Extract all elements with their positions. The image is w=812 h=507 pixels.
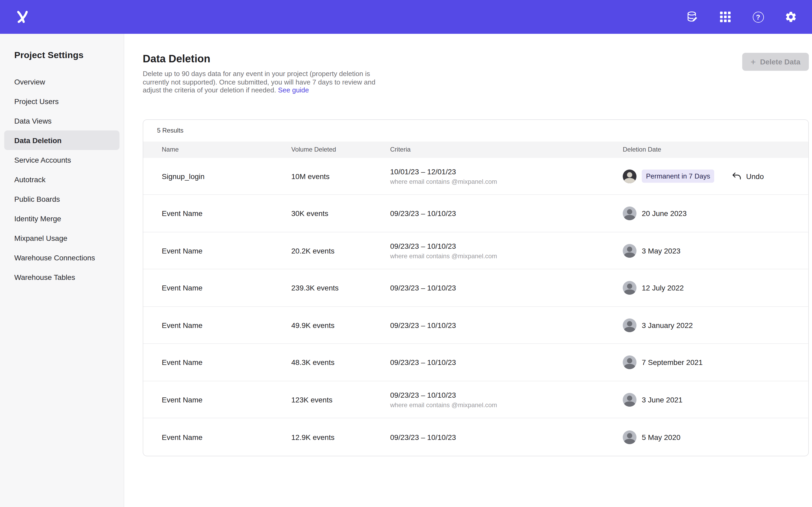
row-criteria-filter: where email contains @mixpanel.com bbox=[390, 252, 623, 260]
row-criteria: 10/01/23 – 12/01/23 where email contains… bbox=[390, 167, 623, 185]
row-volume: 12.9K events bbox=[291, 433, 390, 441]
sidebar-item-service-accounts[interactable]: Service Accounts bbox=[4, 150, 119, 170]
apps-grid-icon[interactable] bbox=[718, 10, 732, 24]
row-deletion-date: 3 May 2023 bbox=[623, 244, 796, 258]
row-deletion-date: 3 January 2022 bbox=[623, 318, 796, 332]
deletion-date-text: 3 June 2021 bbox=[642, 395, 682, 404]
column-header-name: Name bbox=[162, 146, 291, 154]
row-criteria-range: 09/23/23 – 10/10/23 bbox=[390, 209, 623, 218]
row-name: Event Name bbox=[162, 395, 291, 404]
see-guide-link[interactable]: See guide bbox=[278, 86, 309, 94]
page-header-text: Data Deletion Delete up to 90 days data … bbox=[143, 53, 382, 101]
row-criteria-range: 09/23/23 – 10/10/23 bbox=[390, 433, 623, 441]
deletion-date-text: 3 May 2023 bbox=[642, 246, 680, 255]
sidebar-item-mixpanel-usage[interactable]: Mixpanel Usage bbox=[4, 228, 119, 248]
sidebar-item-warehouse-connections[interactable]: Warehouse Connections bbox=[4, 248, 119, 267]
permanent-badge: Permanent in 7 Days bbox=[642, 170, 714, 183]
undo-button[interactable]: Undo bbox=[732, 172, 764, 180]
row-name: Event Name bbox=[162, 433, 291, 441]
row-criteria: 09/23/23 – 10/10/23 bbox=[390, 433, 623, 441]
avatar bbox=[623, 355, 637, 369]
row-name: Event Name bbox=[162, 358, 291, 367]
table-header-row: Name Volume Deleted Criteria Deletion Da… bbox=[143, 142, 808, 158]
row-deletion-date: 12 July 2022 bbox=[623, 281, 796, 295]
avatar bbox=[623, 244, 637, 258]
row-volume: 239.3K events bbox=[291, 284, 390, 292]
row-criteria: 09/23/23 – 10/10/23 bbox=[390, 321, 623, 329]
sidebar-nav: Overview Project Users Data Views Data D… bbox=[4, 72, 119, 287]
avatar bbox=[623, 281, 637, 295]
main-content: Data Deletion Delete up to 90 days data … bbox=[124, 34, 812, 507]
table-row: Event Name 20.2K events 09/23/23 – 10/10… bbox=[143, 232, 808, 270]
row-volume: 49.9K events bbox=[291, 321, 390, 329]
sidebar-item-data-deletion[interactable]: Data Deletion bbox=[4, 130, 119, 150]
sidebar-item-warehouse-tables[interactable]: Warehouse Tables bbox=[4, 267, 119, 287]
avatar bbox=[623, 207, 637, 220]
results-count: 5 Results bbox=[143, 120, 808, 142]
question-mark-glyph: ? bbox=[753, 11, 764, 22]
deletion-date-text: 3 January 2022 bbox=[642, 321, 693, 329]
row-deletion-date: 20 June 2023 bbox=[623, 207, 796, 220]
help-icon[interactable]: ? bbox=[751, 10, 765, 24]
row-deletion-date: 7 September 2021 bbox=[623, 355, 796, 369]
row-criteria-filter: where email contains @mixpanel.com bbox=[390, 178, 623, 185]
row-criteria-filter: where email contains @mixpanel.com bbox=[390, 401, 623, 408]
row-criteria: 09/23/23 – 10/10/23 where email contains… bbox=[390, 242, 623, 260]
sidebar-item-overview[interactable]: Overview bbox=[4, 72, 119, 91]
row-criteria: 09/23/23 – 10/10/23 bbox=[390, 358, 623, 367]
table-row: Event Name 123K events 09/23/23 – 10/10/… bbox=[143, 381, 808, 418]
row-criteria-range: 09/23/23 – 10/10/23 bbox=[390, 242, 623, 250]
row-volume: 30K events bbox=[291, 209, 390, 218]
sidebar-item-project-users[interactable]: Project Users bbox=[4, 91, 119, 111]
sidebar-title: Project Settings bbox=[14, 50, 119, 61]
row-name: Signup_login bbox=[162, 172, 291, 180]
undo-icon bbox=[732, 172, 742, 180]
row-volume: 48.3K events bbox=[291, 358, 390, 367]
row-criteria-range: 10/01/23 – 12/01/23 bbox=[390, 167, 623, 176]
data-icon[interactable] bbox=[686, 10, 699, 24]
row-volume: 10M events bbox=[291, 172, 390, 180]
row-criteria-range: 09/23/23 – 10/10/23 bbox=[390, 284, 623, 292]
app-window: ? Project Settings Overview Project User… bbox=[0, 0, 812, 507]
avatar bbox=[623, 430, 637, 444]
row-criteria-range: 09/23/23 – 10/10/23 bbox=[390, 321, 623, 329]
table-row: Event Name 239.3K events 09/23/23 – 10/1… bbox=[143, 270, 808, 307]
row-name: Event Name bbox=[162, 246, 291, 255]
row-criteria: 09/23/23 – 10/10/23 bbox=[390, 209, 623, 218]
avatar bbox=[623, 169, 637, 183]
row-deletion-date: 5 May 2020 bbox=[623, 430, 796, 444]
column-header-criteria: Criteria bbox=[390, 146, 623, 154]
table-row: Event Name 30K events 09/23/23 – 10/10/2… bbox=[143, 195, 808, 232]
avatar bbox=[623, 318, 637, 332]
column-header-deletion-date: Deletion Date bbox=[623, 146, 796, 154]
deletion-date-text: 7 September 2021 bbox=[642, 358, 703, 367]
sidebar-item-public-boards[interactable]: Public Boards bbox=[4, 189, 119, 209]
mixpanel-logo[interactable] bbox=[14, 8, 31, 25]
table-row: Signup_login 10M events 10/01/23 – 12/01… bbox=[143, 158, 808, 195]
row-volume: 20.2K events bbox=[291, 246, 390, 255]
table-row: Event Name 48.3K events 09/23/23 – 10/10… bbox=[143, 344, 808, 381]
settings-icon[interactable] bbox=[784, 10, 798, 24]
row-criteria: 09/23/23 – 10/10/23 where email contains… bbox=[390, 391, 623, 408]
table-row: Event Name 49.9K events 09/23/23 – 10/10… bbox=[143, 307, 808, 344]
page-header: Data Deletion Delete up to 90 days data … bbox=[143, 53, 809, 101]
avatar bbox=[623, 393, 637, 406]
sidebar: Project Settings Overview Project Users … bbox=[0, 34, 124, 507]
delete-data-button[interactable]: + Delete Data bbox=[742, 53, 809, 71]
deletion-table-card: 5 Results Name Volume Deleted Criteria D… bbox=[143, 119, 809, 456]
page-description-text: Delete up to 90 days data for any event … bbox=[143, 70, 375, 94]
topbar: ? bbox=[0, 0, 812, 34]
deletion-date-text: 12 July 2022 bbox=[642, 284, 684, 292]
sidebar-item-data-views[interactable]: Data Views bbox=[4, 111, 119, 130]
row-name: Event Name bbox=[162, 321, 291, 329]
row-criteria: 09/23/23 – 10/10/23 bbox=[390, 284, 623, 292]
plus-icon: + bbox=[751, 57, 756, 66]
column-header-volume-deleted: Volume Deleted bbox=[291, 146, 390, 154]
row-criteria-range: 09/23/23 – 10/10/23 bbox=[390, 358, 623, 367]
topbar-actions: ? bbox=[686, 10, 798, 24]
row-name: Event Name bbox=[162, 209, 291, 218]
undo-label: Undo bbox=[746, 172, 764, 180]
sidebar-item-autotrack[interactable]: Autotrack bbox=[4, 170, 119, 189]
sidebar-item-identity-merge[interactable]: Identity Merge bbox=[4, 209, 119, 228]
row-deletion-date: Permanent in 7 Days Undo bbox=[623, 169, 796, 183]
